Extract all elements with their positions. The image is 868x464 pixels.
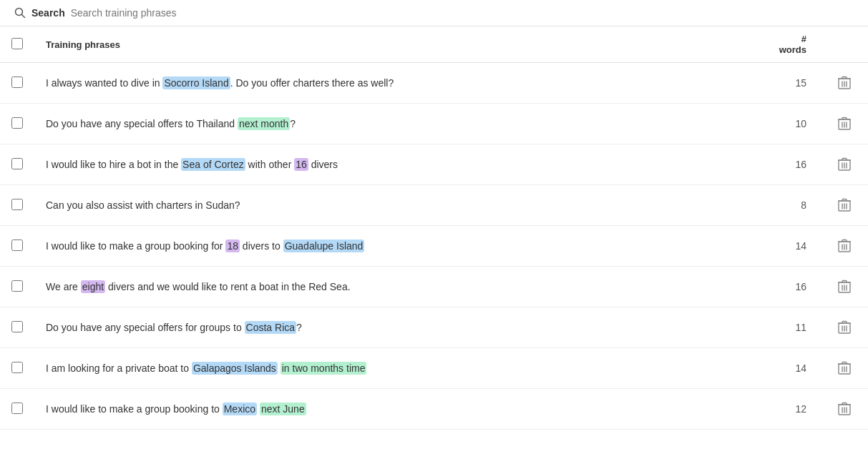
highlight-time: in two months time bbox=[281, 362, 367, 375]
phrase-cell: I am looking for a private boat to Galap… bbox=[34, 348, 764, 389]
highlight-location: Socorro Island bbox=[162, 76, 230, 89]
phrase-cell: Do you have any special offers to Thaila… bbox=[34, 104, 764, 144]
word-count: 12 bbox=[764, 389, 821, 430]
search-icon bbox=[14, 7, 26, 19]
row-checkbox-cell bbox=[0, 63, 34, 104]
header-checkbox-cell bbox=[0, 26, 34, 63]
table-row: I would like to make a group booking for… bbox=[0, 226, 868, 267]
row-checkbox[interactable] bbox=[11, 199, 23, 210]
phrase-cell: I would like to make a group booking for… bbox=[34, 226, 764, 267]
delete-button[interactable] bbox=[832, 73, 857, 93]
row-checkbox[interactable] bbox=[11, 158, 23, 169]
table-header: Training phrases # words bbox=[0, 26, 868, 63]
svg-line-1 bbox=[22, 15, 25, 18]
action-cell bbox=[821, 63, 868, 104]
word-count: 15 bbox=[764, 63, 821, 104]
phrase-cell: I would like to hire a bot in the Sea of… bbox=[34, 144, 764, 185]
table-row: Do you have any special offers for group… bbox=[0, 307, 868, 348]
delete-button[interactable] bbox=[832, 277, 857, 297]
phrase-cell: Can you also assist with charters in Sud… bbox=[34, 185, 764, 226]
row-checkbox[interactable] bbox=[11, 117, 23, 129]
highlight-number: 16 bbox=[294, 158, 308, 171]
table-row: Do you have any special offers to Thaila… bbox=[0, 104, 868, 144]
phrase-cell: I always wanted to dive in Socorro Islan… bbox=[34, 63, 764, 104]
word-count: 14 bbox=[764, 226, 821, 267]
delete-button[interactable] bbox=[832, 399, 857, 419]
header-action bbox=[821, 26, 868, 63]
row-checkbox-cell bbox=[0, 226, 34, 267]
row-checkbox-cell bbox=[0, 144, 34, 185]
word-count: 14 bbox=[764, 348, 821, 389]
word-count: 16 bbox=[764, 267, 821, 307]
delete-button[interactable] bbox=[832, 114, 857, 134]
action-cell bbox=[821, 389, 868, 430]
delete-button[interactable] bbox=[832, 195, 857, 215]
search-input[interactable] bbox=[71, 7, 854, 19]
table-row: I am looking for a private boat to Galap… bbox=[0, 348, 868, 389]
phrases-table: Training phrases # words I always wanted… bbox=[0, 26, 868, 430]
phrase-cell: We are eight divers and we would like to… bbox=[34, 267, 764, 307]
highlight-number: 18 bbox=[225, 240, 240, 252]
row-checkbox-cell bbox=[0, 307, 34, 348]
row-checkbox-cell bbox=[0, 104, 34, 144]
table-row: Can you also assist with charters in Sud… bbox=[0, 185, 868, 226]
highlight-location: Galapagos Islands bbox=[192, 362, 278, 375]
action-cell bbox=[821, 185, 868, 226]
table-row: I always wanted to dive in Socorro Islan… bbox=[0, 63, 868, 104]
table-row: We are eight divers and we would like to… bbox=[0, 267, 868, 307]
row-checkbox[interactable] bbox=[11, 280, 23, 292]
highlight-location: Costa Rica bbox=[245, 321, 296, 334]
row-checkbox[interactable] bbox=[11, 240, 23, 251]
delete-button[interactable] bbox=[832, 236, 857, 256]
row-checkbox[interactable] bbox=[11, 76, 23, 88]
action-cell bbox=[821, 226, 868, 267]
word-count: 8 bbox=[764, 185, 821, 226]
delete-button[interactable] bbox=[832, 154, 857, 174]
header-phrase: Training phrases bbox=[34, 26, 764, 63]
row-checkbox-cell bbox=[0, 185, 34, 226]
word-count: 11 bbox=[764, 307, 821, 348]
action-cell bbox=[821, 104, 868, 144]
action-cell bbox=[821, 267, 868, 307]
phrase-cell: Do you have any special offers for group… bbox=[34, 307, 764, 348]
search-bar: Search bbox=[0, 0, 868, 26]
action-cell bbox=[821, 348, 868, 389]
table-row: I would like to hire a bot in the Sea of… bbox=[0, 144, 868, 185]
table-row: I would like to make a group booking to … bbox=[0, 389, 868, 430]
highlight-location: Guadalupe Island bbox=[283, 240, 365, 252]
highlight-time: next month bbox=[238, 117, 290, 130]
highlight-location: Sea of Cortez bbox=[181, 158, 245, 171]
delete-button[interactable] bbox=[832, 317, 857, 337]
delete-button[interactable] bbox=[832, 358, 857, 378]
word-count: 16 bbox=[764, 144, 821, 185]
highlight-location: Mexico bbox=[223, 403, 257, 415]
row-checkbox[interactable] bbox=[11, 362, 23, 373]
header-words: # words bbox=[764, 26, 821, 63]
action-cell bbox=[821, 307, 868, 348]
row-checkbox-cell bbox=[0, 348, 34, 389]
row-checkbox-cell bbox=[0, 267, 34, 307]
row-checkbox-cell bbox=[0, 389, 34, 430]
phrase-cell: I would like to make a group booking to … bbox=[34, 389, 764, 430]
word-count: 10 bbox=[764, 104, 821, 144]
row-checkbox[interactable] bbox=[11, 321, 23, 332]
row-checkbox[interactable] bbox=[11, 403, 23, 414]
highlight-number: eight bbox=[81, 280, 105, 293]
search-label: Search bbox=[31, 7, 65, 19]
highlight-time: next June bbox=[260, 403, 306, 415]
action-cell bbox=[821, 144, 868, 185]
select-all-checkbox[interactable] bbox=[11, 38, 23, 49]
